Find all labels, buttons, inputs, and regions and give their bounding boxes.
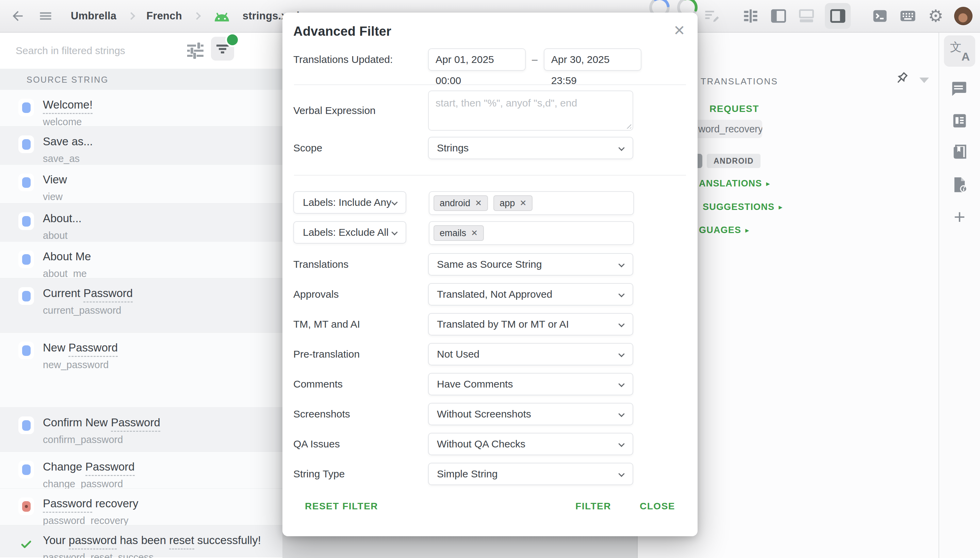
console-button[interactable]: [870, 7, 890, 26]
glossary-tab[interactable]: [944, 137, 975, 168]
shortcuts-button[interactable]: [898, 7, 918, 26]
string-key: save_as: [43, 153, 93, 164]
list-item[interactable]: Password recovery password_recovery: [0, 489, 282, 525]
view-mode-side-by-side-button[interactable]: [769, 7, 788, 26]
filter-select[interactable]: Translated by TM or MT or AI: [428, 313, 633, 335]
list-item[interactable]: About... about: [0, 204, 282, 241]
translation-memory-tab[interactable]: [944, 105, 975, 136]
panel-options-caret-icon[interactable]: [919, 77, 929, 83]
filter-row: QA Issues Without QA Checks: [293, 433, 687, 455]
view-mode-right-panel-button[interactable]: [825, 3, 851, 29]
chevron-down-icon: [618, 261, 624, 267]
text-segment: View: [43, 173, 67, 186]
string-status-badge: [18, 250, 34, 268]
list-item[interactable]: About Me about_me: [0, 241, 282, 278]
comments-tab[interactable]: [944, 73, 975, 104]
section-translations[interactable]: ANSLATIONS ▸: [699, 178, 770, 189]
section-suggestions-label: SUGGESTIONS: [703, 202, 775, 212]
unpin-panel-button[interactable]: [893, 71, 909, 87]
list-item[interactable]: Current Password current_password: [0, 278, 282, 333]
verbal-expression-label: Verbal Expression: [293, 105, 428, 117]
list-item[interactable]: Confirm New Password confirm_password: [0, 408, 282, 452]
string-status-badge: [18, 287, 34, 305]
list-item[interactable]: Save as... save_as: [0, 126, 282, 165]
label-tag-text: app: [499, 198, 515, 208]
filter-select[interactable]: Same as Source String: [428, 253, 633, 276]
filter-label: TM, MT and AI: [293, 318, 428, 330]
section-suggestions[interactable]: SUGGESTIONS ▸: [703, 202, 783, 212]
file-info-icon: [951, 176, 969, 194]
verbal-expression-input[interactable]: start, then "%", anyof "s,d", end: [428, 90, 633, 131]
request-translation-link[interactable]: REQUEST: [709, 103, 759, 114]
filter-value: Without Screenshots: [437, 408, 531, 420]
labels-exclude-mode-select[interactable]: Labels: Exclude All: [293, 221, 406, 244]
apply-filter-button[interactable]: FILTER: [567, 496, 619, 517]
breadcrumb-project[interactable]: Umbrella: [71, 10, 117, 22]
view-mode-comfortable-button[interactable]: [741, 7, 760, 26]
text-segment: successfully!: [194, 534, 261, 547]
glossary-term: reset: [169, 534, 194, 550]
scope-select[interactable]: Strings: [428, 137, 633, 159]
date-to-input[interactable]: Apr 30, 2025 23:59: [544, 48, 642, 71]
add-panel-button[interactable]: +: [944, 201, 975, 232]
text-segment: Current: [43, 287, 84, 299]
advanced-filter-dialog: ✕ Advanced Filter Translations Updated: …: [282, 13, 698, 536]
status-square-icon: [22, 501, 31, 512]
filter-label: QA Issues: [293, 438, 428, 450]
dialog-close-button[interactable]: ✕: [673, 23, 685, 38]
label-tag: emails ✕: [433, 225, 484, 241]
filter-select[interactable]: Not Used: [428, 343, 633, 366]
list-item[interactable]: New Password new_password: [0, 333, 282, 408]
filter-select[interactable]: Have Comments: [428, 373, 633, 396]
close-dialog-button[interactable]: CLOSE: [632, 496, 683, 517]
string-key: current_password: [43, 305, 133, 316]
settings-button[interactable]: ⚙: [926, 7, 945, 26]
view-mode-bottom-panel-button[interactable]: [797, 7, 816, 26]
draft-edit-button[interactable]: [703, 7, 721, 26]
chevron-right-icon: ▸: [745, 226, 749, 235]
remove-tag-icon[interactable]: ✕: [475, 199, 482, 208]
filter-select-rows: Translations Same as Source String Appro…: [293, 253, 687, 485]
filter-value: Have Comments: [437, 378, 513, 390]
source-string-text: Welcome!: [43, 98, 92, 112]
search-settings-button[interactable]: [187, 41, 204, 60]
list-item[interactable]: Change Password change_password: [0, 452, 282, 489]
source-strings-panel: Search in filtered strings: [0, 33, 282, 558]
breadcrumb-language[interactable]: French: [146, 10, 182, 22]
remove-tag-icon[interactable]: ✕: [471, 228, 478, 238]
filter-select[interactable]: Without QA Checks: [428, 433, 633, 455]
back-button[interactable]: [8, 7, 27, 26]
labels-include-tagbox[interactable]: android ✕ app ✕: [429, 191, 634, 215]
translations-updated-label: Translations Updated:: [293, 54, 428, 65]
list-item[interactable]: Welcome! welcome: [0, 90, 282, 126]
filter-select[interactable]: Simple String: [428, 463, 633, 485]
filter-row: Comments Have Comments: [293, 373, 687, 396]
date-from-input[interactable]: Apr 01, 2025 00:00: [428, 48, 526, 71]
chevron-down-icon: [391, 229, 397, 235]
string-info-tab[interactable]: [944, 169, 975, 200]
section-other-languages[interactable]: GUAGES ▸: [699, 225, 749, 235]
main-menu-button[interactable]: [36, 7, 55, 26]
labels-exclude-tagbox[interactable]: emails ✕: [429, 221, 634, 245]
filter-select[interactable]: Without Screenshots: [428, 403, 633, 425]
string-status-badge: [18, 98, 34, 117]
filter-label: Comments: [293, 378, 428, 390]
list-item[interactable]: Your password has been reset successfull…: [0, 525, 282, 557]
search-input[interactable]: Search in filtered strings: [16, 33, 125, 69]
translations-tab[interactable]: 文A: [944, 35, 975, 67]
label-tag-text: android: [440, 198, 470, 208]
labels-include-mode-select[interactable]: Labels: Include Any: [293, 191, 406, 214]
user-avatar[interactable]: [954, 7, 972, 25]
label-tag-text: emails: [440, 228, 466, 238]
labels-include-mode-value: Labels: Include Any: [303, 197, 391, 208]
chevron-right-icon: ▸: [778, 203, 783, 211]
section-translations-label: ANSLATIONS: [699, 178, 762, 189]
text-segment: Save as...: [43, 135, 93, 148]
tune-sliders-icon: [187, 41, 204, 60]
list-item[interactable]: View view: [0, 165, 282, 204]
arrow-left-icon: [10, 8, 25, 23]
remove-tag-icon[interactable]: ✕: [520, 199, 526, 208]
filter-select[interactable]: Translated, Not Approved: [428, 283, 633, 305]
article-icon: [951, 112, 969, 130]
reset-filter-button[interactable]: RESET FILTER: [297, 496, 386, 517]
